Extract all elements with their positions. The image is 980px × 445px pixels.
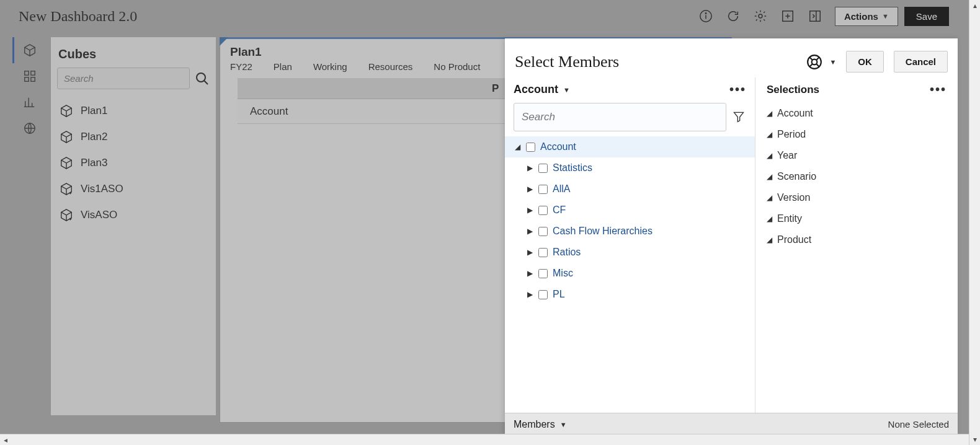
selection-label: Entity bbox=[777, 213, 802, 224]
cube-item[interactable]: Vis1ASO bbox=[51, 176, 216, 202]
tree-row[interactable]: ▶ Cash Flow Hierarchies bbox=[505, 221, 755, 242]
tree-row[interactable]: ▶ Statistics bbox=[505, 157, 755, 178]
cube-item[interactable]: Plan1 bbox=[51, 98, 216, 124]
footer-mode-dropdown[interactable]: Members ▼ bbox=[514, 419, 567, 430]
save-button[interactable]: Save bbox=[904, 7, 949, 26]
selection-label: Version bbox=[777, 192, 810, 203]
svg-line-27 bbox=[817, 57, 819, 59]
pov-item[interactable]: Working bbox=[313, 61, 347, 72]
gear-icon[interactable] bbox=[751, 6, 770, 26]
chevron-down-icon: ▼ bbox=[560, 421, 567, 428]
horizontal-scrollbar[interactable]: ◂ bbox=[0, 434, 969, 445]
tree-row[interactable]: ▶ AllA bbox=[505, 178, 755, 200]
scroll-left-icon[interactable]: ◂ bbox=[1, 436, 10, 444]
cube-item[interactable]: VisASO bbox=[51, 202, 216, 228]
tree-label: Misc bbox=[553, 268, 573, 279]
member-checkbox[interactable] bbox=[526, 143, 535, 152]
ok-button[interactable]: OK bbox=[846, 51, 884, 73]
cube-item[interactable]: Plan3 bbox=[51, 150, 216, 176]
add-panel-icon[interactable] bbox=[778, 6, 798, 26]
member-checkbox[interactable] bbox=[538, 164, 548, 173]
selection-item[interactable]: ◢Year bbox=[767, 145, 947, 166]
modal-title: Select Members bbox=[515, 53, 800, 71]
footer-status: None Selected bbox=[888, 419, 949, 430]
scroll-down-icon[interactable]: ▾ bbox=[971, 435, 979, 444]
expand-icon[interactable]: ▶ bbox=[526, 270, 533, 277]
pov-item[interactable]: Resources bbox=[368, 61, 413, 72]
selection-item[interactable]: ◢Scenario bbox=[767, 166, 947, 187]
member-search-input[interactable] bbox=[514, 103, 726, 131]
expand-icon[interactable]: ▶ bbox=[526, 185, 533, 193]
expand-icon[interactable]: ▶ bbox=[526, 291, 533, 298]
cube-item[interactable]: Plan2 bbox=[51, 124, 216, 150]
canvas-corner-indicator bbox=[220, 37, 228, 46]
dimension-more-menu[interactable]: ••• bbox=[729, 82, 746, 97]
cancel-button[interactable]: Cancel bbox=[894, 51, 948, 73]
actions-label: Actions bbox=[844, 11, 878, 22]
selection-item[interactable]: ◢Account bbox=[767, 103, 947, 124]
tree-row[interactable]: ▶ CF bbox=[505, 200, 755, 221]
collapse-icon: ◢ bbox=[767, 193, 772, 202]
member-checkbox[interactable] bbox=[538, 248, 548, 257]
svg-point-24 bbox=[808, 55, 822, 69]
scroll-up-icon[interactable]: ▴ bbox=[971, 1, 979, 10]
dashboard-title: New Dashboard 2.0 bbox=[19, 8, 137, 25]
svg-line-29 bbox=[817, 64, 819, 66]
collapse-icon: ◢ bbox=[767, 236, 772, 244]
member-checkbox[interactable] bbox=[538, 185, 548, 194]
svg-point-18 bbox=[197, 73, 205, 82]
member-checkbox[interactable] bbox=[538, 206, 548, 215]
panel-toggle-icon[interactable] bbox=[805, 6, 825, 26]
refresh-icon[interactable] bbox=[723, 6, 743, 26]
selection-item[interactable]: ◢Entity bbox=[767, 208, 947, 229]
tree-label: Statistics bbox=[553, 162, 592, 174]
filter-icon[interactable] bbox=[733, 110, 746, 124]
selection-item[interactable]: ◢Period bbox=[767, 124, 947, 145]
collapse-icon[interactable]: ◢ bbox=[514, 143, 521, 151]
member-checkbox[interactable] bbox=[538, 290, 548, 299]
cubes-search-input[interactable] bbox=[57, 68, 190, 89]
expand-icon[interactable]: ▶ bbox=[526, 206, 533, 214]
search-icon[interactable] bbox=[195, 71, 210, 86]
rail-cubes-icon[interactable] bbox=[12, 37, 45, 63]
selection-item[interactable]: ◢Product bbox=[767, 229, 947, 250]
help-dropdown-icon[interactable]: ▼ bbox=[829, 58, 836, 66]
collapse-icon: ◢ bbox=[767, 172, 772, 181]
cube-icon bbox=[60, 182, 73, 196]
info-icon[interactable] bbox=[696, 6, 716, 26]
pov-item[interactable]: No Product bbox=[434, 61, 480, 72]
tree-row[interactable]: ▶ Misc bbox=[505, 263, 755, 284]
dimension-label: Account bbox=[514, 83, 558, 96]
pov-item[interactable]: FY22 bbox=[230, 61, 252, 72]
expand-icon[interactable]: ▶ bbox=[526, 249, 533, 256]
help-icon[interactable] bbox=[806, 53, 823, 71]
member-checkbox[interactable] bbox=[538, 269, 548, 278]
svg-point-3 bbox=[759, 14, 762, 18]
tree-root-label: Account bbox=[540, 141, 576, 152]
tree-row[interactable]: ▶ PL bbox=[505, 284, 755, 305]
member-tree: ◢ Account ▶ Statistics ▶ AllA bbox=[505, 136, 755, 305]
member-checkbox[interactable] bbox=[538, 227, 548, 236]
selection-label: Scenario bbox=[777, 171, 816, 182]
tree-row[interactable]: ▶ Ratios bbox=[505, 242, 755, 263]
svg-rect-12 bbox=[30, 77, 34, 81]
cube-label: Vis1ASO bbox=[81, 183, 123, 195]
pov-item[interactable]: Plan bbox=[274, 61, 292, 72]
collapse-icon: ◢ bbox=[767, 109, 772, 118]
svg-rect-11 bbox=[24, 77, 28, 81]
vertical-scrollbar[interactable]: ▴ ▾ bbox=[969, 0, 980, 445]
dimension-selector[interactable]: Account ▼ bbox=[514, 83, 570, 96]
tree-root-row[interactable]: ◢ Account bbox=[505, 136, 755, 157]
selections-more-menu[interactable]: ••• bbox=[930, 82, 947, 97]
selection-item[interactable]: ◢Version bbox=[767, 187, 947, 208]
actions-button[interactable]: Actions ▼ bbox=[835, 7, 898, 26]
selection-label: Account bbox=[777, 108, 813, 119]
svg-line-26 bbox=[810, 57, 813, 59]
rail-globe-icon[interactable] bbox=[12, 115, 45, 141]
member-tree-pane: Account ▼ ••• ◢ Account ▶ bbox=[505, 77, 755, 413]
rail-chart-icon[interactable] bbox=[12, 89, 45, 115]
rail-grid-icon[interactable] bbox=[12, 63, 45, 89]
cube-label: Plan3 bbox=[81, 157, 107, 169]
expand-icon[interactable]: ▶ bbox=[526, 164, 533, 172]
expand-icon[interactable]: ▶ bbox=[526, 227, 533, 235]
